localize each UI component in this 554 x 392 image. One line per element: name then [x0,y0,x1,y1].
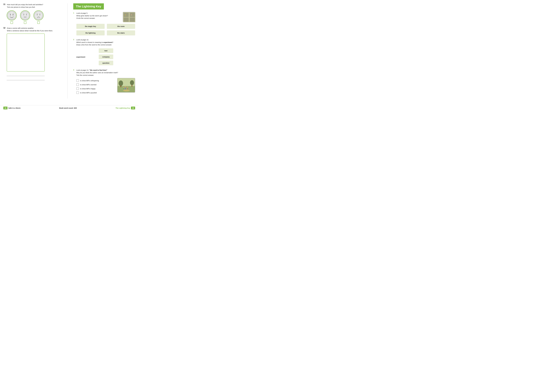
svg-rect-16 [130,18,135,22]
footer-left: 48 Safe in a Storm [3,107,21,109]
tick-worried[interactable] [76,83,79,86]
writing-line-2 [7,77,45,80]
svg-point-22 [119,80,123,86]
q1-label: 1 [73,12,75,14]
svg-rect-14 [130,13,135,17]
svg-rect-23 [120,85,121,87]
answer-test[interactable]: test [99,48,113,53]
q1-image: ⚡ 🏠 [123,12,135,22]
svg-text:⚡: ⚡ [125,14,126,16]
q12-number: 12 [3,27,6,29]
q2-text3: ? [112,41,113,43]
svg-point-7 [24,18,27,19]
right-page: The Lightning Key 1 Look at page 5. What… [72,3,135,98]
q1-text2: What grew darker as the storm got closer… [76,14,121,17]
q3-scene-image [117,78,135,92]
q3-scene-svg [118,78,135,92]
q2-label: 2 [73,39,75,41]
face-happy [7,10,17,24]
svg-point-26 [123,90,130,91]
footer-center: Book word count: 825 [59,107,77,109]
q12-text1: Draw a scene with extreme weather. [7,27,65,29]
svg-point-31 [123,87,124,88]
answer-magic-key[interactable]: the magic key [76,24,105,29]
svg-rect-13 [124,13,129,17]
q1-text3: Circle the correct answer. [76,17,121,20]
answer-stairs[interactable]: the stairs [107,30,135,35]
tick-label-happy: to show Biff is happy [80,88,96,90]
faces-row [7,10,65,24]
svg-point-29 [127,86,128,88]
q11-text2: Tick one picture to show how you feel. [7,6,65,8]
question-1-block: 1 Look at page 5. What grew darker as th… [73,12,135,35]
svg-point-1 [10,14,11,15]
question-12-block: 12 Draw a scene with extreme weather. Wr… [3,27,65,80]
section-title: The Lightning Key [73,3,104,9]
answer-room[interactable]: the room [107,24,135,29]
page-footer: 48 Safe in a Storm Book word count: 825 … [0,105,138,111]
q2-text2: Which word is closest in meaning to expe… [76,41,135,44]
svg-point-10 [39,14,40,15]
svg-rect-15 [124,18,129,22]
footer-word-count: Book word count: 825 [59,107,77,109]
svg-point-6 [26,14,27,15]
tick-row-worried: to show Biff is worried [76,83,115,86]
drawing-box[interactable] [7,34,45,71]
tick-options: to show Biff is whispering to show Biff … [76,79,115,94]
q11-text1: How much did you enjoy the book and acti… [7,3,65,6]
answer-question[interactable]: question [99,61,113,65]
face-sad [34,10,43,24]
answer-lightning[interactable]: the lightning [76,30,105,35]
tick-row-happy: to show Biff is happy [76,87,115,90]
footer-right: The Lightning Key 49 [116,107,135,109]
q1-image-svg: ⚡ 🏠 [123,12,135,22]
tick-neutral[interactable] [24,21,26,24]
q3-text1-span: Look at page 13. [76,69,89,71]
tick-sad[interactable] [37,21,40,24]
svg-point-5 [23,14,24,15]
q3-bold: "We need to find him!" [89,69,107,71]
tick-whispering[interactable] [76,79,79,82]
svg-point-9 [37,14,38,15]
question-3-block: 3 Look at page 13. "We need to find him!… [73,69,135,96]
question-2-block: 2 Look at page 10. Which word is closest… [73,39,135,66]
svg-rect-32 [123,88,124,89]
tick-happy[interactable] [11,21,13,24]
svg-rect-30 [127,88,128,89]
svg-point-2 [13,14,14,15]
face-neutral [20,10,30,24]
tick-label-whispering: to show Biff is whispering [80,80,99,82]
footer-right-title: The Lightning Key [116,107,130,109]
writing-lines [7,73,65,80]
svg-rect-21 [118,86,135,92]
q12-text2: Write a sentence about what it would be … [7,29,65,32]
footer-right-badge: 49 [131,107,135,109]
q2-text2-span: Which word is closest in meaning to [76,41,103,43]
face-neutral-circle [20,10,30,21]
face-happy-circle [7,10,17,21]
tick-label-puzzled: to show Biff is puzzled [80,92,97,94]
q3-content-row: to show Biff is whispering to show Biff … [73,78,135,95]
tick-row-puzzled: to show Biff is puzzled [76,91,115,94]
svg-point-3 [10,18,13,19]
face-sad-svg [34,11,43,20]
q11-number: 11 [3,3,6,5]
svg-point-24 [130,80,134,85]
tick-happy-opt[interactable] [76,87,79,90]
experiment-area: experiment test company question [76,48,135,66]
experiment-answers: test company question [99,48,113,65]
tick-row-whispering: to show Biff is whispering [76,79,115,82]
q2-text4: Draw a line from the word to the correct… [76,44,135,46]
writing-line-1 [7,73,45,76]
tick-puzzled[interactable] [76,91,79,94]
svg-point-27 [125,86,126,88]
svg-rect-28 [125,88,126,89]
q2-text1: Look at page 10. [76,39,135,41]
answer-company[interactable]: company [99,55,113,59]
q3-text3: Tick the correct answer. [76,74,135,77]
svg-point-11 [37,18,40,19]
q1-answers-grid: the magic key the room the lightning the… [76,24,135,35]
face-sad-circle [34,10,43,21]
face-neutral-svg [21,11,30,20]
q3-text1: Look at page 13. "We need to find him!" [76,69,135,71]
